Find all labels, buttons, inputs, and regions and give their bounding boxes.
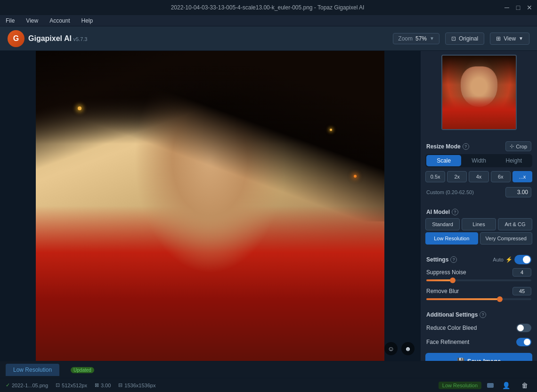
auto-toggle-group: Auto ⚡ [493, 255, 531, 264]
face-refinement-label: Face Refinement [426, 339, 469, 345]
view-button[interactable]: ⊞ View ▼ [490, 33, 529, 45]
title-bar-controls: ─ □ ✕ [503, 4, 533, 11]
resize-mode-info-icon[interactable]: ? [463, 143, 469, 150]
tab-width[interactable]: Width [461, 155, 496, 166]
remove-blur-fill [426, 298, 500, 300]
bottom-tab-low-resolution[interactable]: Low Resolution [6, 364, 59, 376]
close-button[interactable]: ✕ [526, 4, 533, 11]
model-art-cg[interactable]: Art & CG [498, 218, 532, 230]
status-original-size-text: 512x512px [62, 383, 87, 388]
original-button[interactable]: ⊡ Original [445, 33, 484, 45]
custom-scale-row: Custom (0.20-62.50) [421, 185, 537, 201]
title-bar-text: 2022-10-04-03-33-13-005-4-scale13.00-k_e… [32, 4, 503, 11]
original-label: Original [459, 35, 478, 42]
status-bar: ✓ 2022-1...05.png ⊡ 512x512px ⊠ 3.00 ⊟ 1… [0, 378, 537, 392]
tab-height[interactable]: Height [496, 155, 531, 166]
remove-blur-thumb[interactable] [497, 296, 503, 302]
ai-model-row1: Standard Lines Art & CG [425, 218, 532, 230]
bottom-tab-updated[interactable]: Updated [60, 364, 102, 376]
tab-scale[interactable]: Scale [426, 155, 461, 166]
bottom-tabs: Low Resolution Updated [0, 361, 537, 378]
app-logo-icon: G [8, 30, 24, 47]
reduce-color-bleed-toggle[interactable] [516, 324, 531, 332]
resize-mode-label: Resize Mode [426, 143, 461, 150]
status-bar-right: Low Resolution 👤 🗑 [439, 379, 531, 392]
crop-label: Crop [516, 144, 527, 149]
status-model-badge: Low Resolution [439, 382, 481, 389]
ai-model-label: AI Model [426, 209, 450, 215]
settings-info-icon[interactable]: ? [450, 256, 457, 263]
scale-custom[interactable]: ...x [513, 171, 532, 182]
status-check-icon: ✓ [6, 382, 10, 388]
logo-area: G Gigapixel AI v5.7.3 [8, 30, 387, 47]
ai-model-info-icon[interactable]: ? [452, 209, 458, 215]
status-scale: ⊠ 3.00 [95, 382, 111, 388]
custom-scale-input[interactable] [505, 187, 531, 197]
thumbnail-area [421, 51, 537, 134]
additional-settings-label: Additional Settings [426, 311, 478, 318]
minimize-button[interactable]: ─ [503, 4, 511, 11]
suppress-noise-value[interactable]: 4 [513, 268, 531, 277]
settings-label: Settings [426, 256, 448, 263]
model-low-resolution[interactable]: Low Resolution [425, 232, 478, 245]
scale-6x[interactable]: 6x [491, 171, 511, 182]
menu-file[interactable]: File [4, 16, 16, 25]
auto-toggle-switch[interactable] [514, 255, 531, 264]
scale-icon: ⊠ [95, 382, 99, 388]
canvas-overlay-icons: ☺ ☻ [384, 342, 415, 355]
save-icon: 💾 [457, 358, 464, 361]
menu-account[interactable]: Account [48, 16, 72, 25]
app-name: Gigapixel AI [28, 34, 72, 42]
maximize-button[interactable]: □ [514, 4, 522, 11]
status-filename: ✓ 2022-1...05.png [6, 382, 48, 388]
suppress-noise-thumb[interactable] [450, 278, 456, 283]
header-controls: Zoom 57% ▼ ⊡ Original ⊞ View ▼ [393, 33, 529, 45]
crop-button[interactable]: ⊹ Crop [505, 141, 531, 151]
model-very-compressed[interactable]: Very Compressed [480, 232, 533, 245]
app-version: v5.7.3 [73, 36, 88, 42]
smiley-outline-icon[interactable]: ☻ [401, 342, 415, 355]
additional-settings-info-icon[interactable]: ? [480, 311, 486, 318]
save-image-button[interactable]: 💾 Save Image [425, 353, 532, 361]
menu-view[interactable]: View [24, 16, 40, 25]
lightning-icon: ⚡ [505, 256, 513, 263]
scale-2x[interactable]: 2x [447, 171, 467, 182]
crop-icon: ⊹ [510, 143, 514, 149]
status-filename-text: 2022-1...05.png [12, 383, 48, 388]
model-lines[interactable]: Lines [462, 218, 496, 230]
remove-blur-section: Remove Blur 45 [421, 285, 537, 304]
additional-settings-header: Additional Settings ? [421, 308, 537, 321]
view-label: View [504, 35, 516, 42]
remove-blur-value[interactable]: 45 [513, 287, 531, 295]
settings-title: Settings ? [426, 256, 457, 263]
main-layout: ☺ ☻ Resize Mode ? ⊹ Crop [0, 51, 537, 361]
status-output-size-text: 1536x1536px [124, 383, 155, 388]
reduce-color-bleed-knob [517, 325, 524, 331]
face-refinement-toggle[interactable] [516, 338, 531, 346]
status-scale-text: 3.00 [101, 383, 111, 388]
spark-particle-2 [330, 129, 332, 131]
scale-buttons-group: 0.5x 2x 4x 6x ...x [425, 171, 532, 182]
status-person-icon[interactable]: 👤 [499, 379, 513, 392]
resize-mode-header: Resize Mode ? ⊹ Crop [421, 138, 537, 154]
remove-blur-track[interactable] [426, 298, 531, 300]
ai-model-title: AI Model ? [426, 209, 458, 215]
canvas-area[interactable]: ☺ ☻ [0, 51, 420, 361]
settings-header-row: Settings ? Auto ⚡ [421, 252, 537, 266]
zoom-value: 57% [415, 35, 427, 42]
scale-4x[interactable]: 4x [469, 171, 488, 182]
scale-05x[interactable]: 0.5x [425, 171, 445, 182]
status-trash-icon[interactable]: 🗑 [518, 379, 531, 392]
smiley-icon[interactable]: ☺ [384, 342, 398, 355]
reduce-color-bleed-row: Reduce Color Bleed [421, 321, 537, 335]
suppress-noise-section: Suppress Noise 4 [421, 266, 537, 285]
status-output-size: ⊟ 1536x1536px [118, 382, 155, 388]
suppress-noise-label: Suppress Noise [426, 269, 466, 276]
zoom-control[interactable]: Zoom 57% ▼ [393, 33, 439, 44]
output-size-icon: ⊟ [118, 382, 122, 388]
portrait-hair [36, 51, 384, 221]
suppress-noise-track[interactable] [426, 279, 531, 281]
menu-help[interactable]: Help [80, 16, 95, 25]
view-icon: ⊞ [496, 35, 501, 42]
model-standard[interactable]: Standard [425, 218, 460, 230]
